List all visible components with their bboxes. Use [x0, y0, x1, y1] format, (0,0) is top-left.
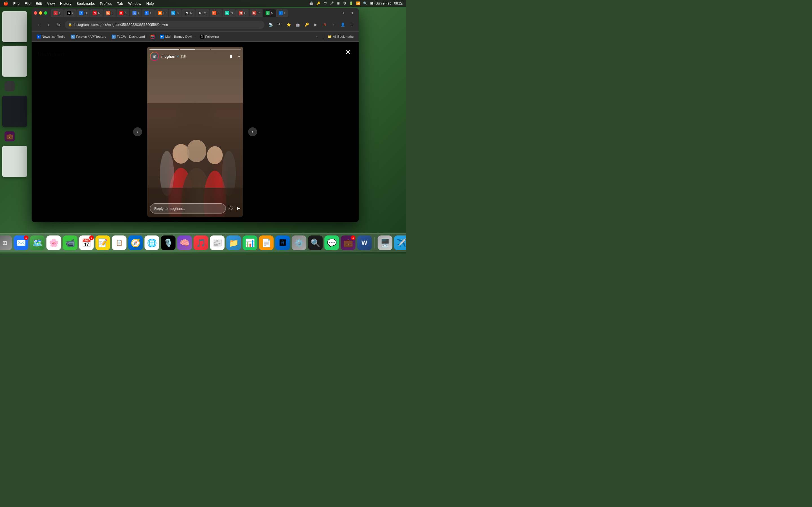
slack-app-icon[interactable]: 💼	[4, 131, 15, 142]
story-more-button[interactable]: ···	[237, 54, 240, 59]
window-minimize-button[interactable]	[39, 11, 42, 15]
dock-facetime[interactable]: 📹	[63, 235, 78, 250]
dock-system-prefs[interactable]: ⚙️	[292, 235, 306, 250]
story-close-button[interactable]: ✕	[343, 47, 353, 57]
bookmark-instagram[interactable]: 📷	[148, 33, 157, 40]
tab-mo[interactable]: M M	[195, 9, 209, 17]
tab-k[interactable]: K K	[116, 9, 130, 17]
url-bar[interactable]: 🔒 instagram.com/stories/meghan/356369330…	[65, 20, 264, 29]
bookmark-flow[interactable]: F FLOW - Dashboard	[109, 33, 147, 40]
mini-window-4[interactable]	[2, 146, 27, 177]
tab-nl[interactable]: N L	[103, 9, 116, 17]
story-pause-button[interactable]: ⏸	[229, 54, 233, 59]
dock-whatsapp[interactable]: 💬	[324, 235, 339, 250]
forward-button[interactable]: ›	[45, 21, 52, 29]
tab-mn[interactable]: N N	[182, 9, 195, 17]
dock-photos[interactable]: 🌸	[47, 235, 61, 250]
tab-fb-d[interactable]: f D	[77, 9, 90, 17]
reading-list-button[interactable]: 👁	[276, 21, 284, 29]
mini-window-3[interactable]	[2, 96, 27, 127]
tab-g[interactable]: G I	[130, 9, 142, 17]
menu-view[interactable]: View	[47, 1, 55, 6]
tab-list-button[interactable]: ▾	[349, 9, 356, 17]
menubar-datetime: Sun 9 Feb 08:22	[376, 1, 403, 5]
share-button[interactable]: ↑	[330, 21, 338, 29]
dock-pages[interactable]: 📄	[259, 235, 274, 250]
bookmark-all-bookmarks[interactable]: 📁 All Bookmarks	[325, 33, 356, 40]
story-next-button[interactable]: ›	[248, 127, 257, 136]
menu-file[interactable]: File	[24, 1, 31, 6]
dock-reminders[interactable]: 📋	[112, 235, 126, 250]
dock-chrome[interactable]: 🌐	[145, 235, 159, 250]
tab-s-active[interactable]: S S	[263, 9, 276, 17]
menu-help[interactable]: Help	[146, 1, 154, 6]
menubar-search[interactable]: 🔍	[363, 1, 367, 5]
youtube-ext[interactable]: ▶	[312, 21, 320, 29]
dock-launchpad[interactable]: ⊞	[0, 235, 12, 250]
tab-mp2[interactable]: M P	[250, 9, 262, 17]
menu-profiles[interactable]: Profiles	[100, 1, 112, 6]
tab-b[interactable]: B B	[155, 9, 168, 17]
dock-mindnode[interactable]: 🧠	[177, 235, 192, 250]
story-share-button[interactable]: ➤	[236, 205, 240, 212]
tab-na[interactable]: N N	[222, 9, 236, 17]
dock-numbers[interactable]: 📊	[243, 235, 257, 250]
menubar-control-center[interactable]: ⊞	[370, 1, 373, 5]
dock-finder-window[interactable]: 🖥️	[378, 235, 393, 250]
menu-tab[interactable]: Tab	[117, 1, 123, 6]
story-prev-button[interactable]: ‹	[133, 127, 142, 136]
dock-safari[interactable]: 🧭	[128, 235, 143, 250]
bookmark-mail[interactable]: M Mail - Barney Davi...	[158, 33, 197, 40]
bookmarks-more-button[interactable]: »	[313, 33, 320, 41]
tab-fi[interactable]: F F	[209, 9, 222, 17]
reader-ext[interactable]: R	[321, 21, 329, 29]
dock-music[interactable]: 🎵	[194, 235, 208, 250]
menu-button[interactable]: ⋮	[348, 21, 356, 29]
tab-si[interactable]: I I	[276, 9, 288, 17]
bookmark-reuters[interactable]: A Foreign / AP/Reuters	[69, 33, 109, 40]
story-like-button[interactable]: ♡	[228, 205, 234, 212]
app-menu-chrome[interactable]: File	[13, 1, 19, 6]
dock-proxyman[interactable]: 🔍	[308, 235, 323, 250]
tab-bl[interactable]: C C	[168, 9, 182, 17]
bookmark-button[interactable]: ⭐	[285, 21, 293, 29]
dock-news[interactable]: 📰	[210, 235, 225, 250]
dock-slack[interactable]: 💼 1	[341, 235, 356, 250]
cast-button[interactable]: 📡	[267, 21, 274, 29]
dock-files[interactable]: 📁	[226, 235, 241, 250]
1password-ext[interactable]: 🔑	[303, 21, 311, 29]
menu-edit[interactable]: Edit	[36, 1, 42, 6]
bookmark-following[interactable]: 𝕏 Following	[198, 33, 221, 40]
menu-history[interactable]: History	[60, 1, 71, 6]
dock-telegram[interactable]: ✈️	[394, 235, 406, 250]
window-maximize-button[interactable]	[44, 11, 47, 15]
story-username[interactable]: meghan	[161, 54, 175, 59]
menu-bookmarks[interactable]: Bookmarks	[77, 1, 95, 6]
dock-voice-memos[interactable]: 🎙️	[161, 235, 175, 250]
mini-window-1[interactable]	[2, 11, 27, 42]
tab-e[interactable]: E E	[51, 9, 64, 17]
tab-mp1[interactable]: M P	[236, 9, 249, 17]
story-reply-input[interactable]: Reply to meghan...	[150, 203, 226, 214]
dock-app-store[interactable]: 🅰	[275, 235, 290, 250]
new-tab-button[interactable]: +	[340, 9, 347, 17]
bookmark-trello[interactable]: T News list | Trello	[35, 33, 68, 40]
dock-word[interactable]: W	[357, 235, 372, 250]
reload-button[interactable]: ↻	[55, 21, 63, 29]
roboform-ext[interactable]: 🤖	[294, 21, 302, 29]
tab-n[interactable]: N N	[90, 9, 103, 17]
dock-mail[interactable]: ✉️ 1	[14, 235, 29, 250]
apple-menu[interactable]: 🍎	[3, 1, 8, 6]
profile-button[interactable]: 👤	[339, 21, 347, 29]
dock-notes[interactable]: 📝	[96, 235, 110, 250]
tab-x[interactable]: 𝕏 (	[64, 9, 76, 17]
window-close-button[interactable]	[34, 11, 37, 15]
tab-fb-f[interactable]: f F	[142, 9, 155, 17]
dock-calendar[interactable]: 📅 2	[79, 235, 94, 250]
back-button[interactable]: ‹	[35, 21, 42, 29]
menu-window[interactable]: Window	[128, 1, 141, 6]
tab-label-b: B	[163, 11, 165, 15]
dock-maps[interactable]: 🗺️	[30, 235, 45, 250]
mini-window-2[interactable]	[2, 46, 27, 76]
story-avatar[interactable]: m	[150, 52, 159, 61]
